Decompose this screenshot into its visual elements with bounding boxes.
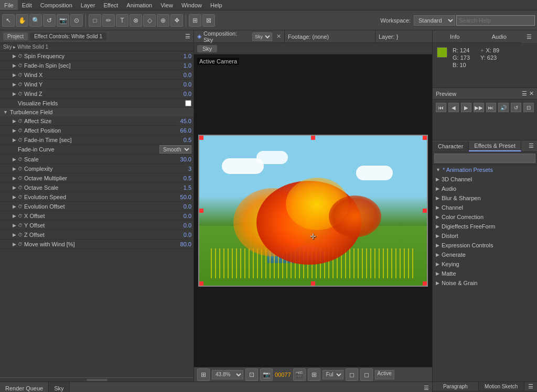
- ep-item-noise-&-grain[interactable]: ▶Noise & Grain: [433, 278, 537, 288]
- audio-tab[interactable]: Audio: [477, 30, 522, 43]
- motion-sketch-tab[interactable]: Motion Sketch: [479, 382, 525, 391]
- tool-snapping[interactable]: ⊠: [202, 14, 215, 27]
- sky-timeline-tab[interactable]: Sky: [49, 382, 69, 392]
- ep-item-matte[interactable]: ▶Matte: [433, 269, 537, 278]
- timeline-menu[interactable]: ☰: [421, 385, 432, 391]
- tool-arrow[interactable]: ↖: [2, 14, 15, 27]
- effect-expand-arrow[interactable]: ▶: [13, 204, 18, 209]
- effect-expand-arrow[interactable]: ▶: [13, 176, 18, 181]
- comp-dropdown[interactable]: Sky: [252, 32, 272, 41]
- fade-curve-select[interactable]: SmoothLinear: [159, 145, 191, 154]
- effect-expand-arrow[interactable]: ▶: [13, 185, 18, 190]
- ep-item-blur-&-sharpen[interactable]: ▶Blur & Sharpen: [433, 193, 537, 203]
- clock-icon[interactable]: ⏱: [18, 128, 23, 133]
- ep-menu[interactable]: ☰: [529, 143, 537, 149]
- comp-home-btn[interactable]: ⊞: [197, 368, 210, 381]
- menu-file[interactable]: File: [0, 0, 18, 10]
- tool-eraser[interactable]: ◇: [143, 14, 156, 27]
- value-evolution-offset[interactable]: 0.0: [184, 203, 191, 210]
- menu-help[interactable]: Help: [206, 0, 227, 10]
- clock-icon[interactable]: ⏱: [18, 91, 23, 96]
- ep-item-color-correction[interactable]: ▶Color Correction: [433, 212, 537, 222]
- clock-icon[interactable]: ⏱: [18, 63, 23, 68]
- prev-fwd[interactable]: ▶▶: [474, 103, 484, 112]
- menu-window[interactable]: Window: [177, 0, 206, 10]
- menu-view[interactable]: View: [156, 0, 177, 10]
- effect-expand-arrow[interactable]: ▶: [13, 137, 18, 143]
- tool-zoom[interactable]: 🔍: [29, 14, 42, 27]
- effect-expand-arrow[interactable]: ▶: [13, 242, 18, 247]
- effect-expand-arrow[interactable]: ▶: [13, 213, 18, 219]
- comp-grid-btn[interactable]: ⊞: [308, 368, 320, 381]
- preview-close[interactable]: ✕: [529, 90, 534, 97]
- comp-3d-btn[interactable]: ◻: [360, 368, 373, 381]
- effect-expand-arrow[interactable]: ▶: [13, 72, 18, 78]
- tool-puppet[interactable]: ❖: [170, 14, 183, 27]
- effect-expand-arrow[interactable]: ▶: [13, 82, 18, 87]
- menu-edit[interactable]: Edit: [18, 0, 36, 10]
- effect-expand-arrow[interactable]: ▶: [13, 232, 18, 237]
- value-scale[interactable]: 30.0: [180, 156, 191, 162]
- tool-camera[interactable]: 📷: [57, 14, 69, 27]
- search-help-input[interactable]: [456, 15, 535, 26]
- handle-tm[interactable]: [311, 136, 315, 140]
- value-x-offset[interactable]: 0.0: [184, 213, 191, 219]
- prev-loop[interactable]: ↺: [511, 103, 521, 112]
- handle-bl[interactable]: [199, 281, 203, 286]
- handle-mr[interactable]: [423, 209, 427, 213]
- character-tab[interactable]: Character: [433, 141, 469, 151]
- value-affect-position[interactable]: 66.0: [180, 127, 191, 134]
- section-arrow[interactable]: ▼: [3, 110, 8, 115]
- color-swatch[interactable]: [437, 47, 447, 58]
- clock-icon[interactable]: ⏱: [18, 213, 23, 219]
- ep-item-expression-controls[interactable]: ▶Expression Controls: [433, 241, 537, 250]
- clock-icon[interactable]: ⏱: [18, 223, 23, 228]
- handle-tl[interactable]: [199, 136, 203, 140]
- clock-icon[interactable]: ⏱: [18, 194, 23, 200]
- effect-expand-arrow[interactable]: ▶: [13, 128, 18, 133]
- clock-icon[interactable]: ⏱: [18, 204, 23, 209]
- tool-orbit[interactable]: ⊙: [70, 14, 83, 27]
- comp-viewer[interactable]: Active Camera: [194, 55, 432, 367]
- effect-expand-arrow[interactable]: ▶: [13, 157, 18, 162]
- effects-preset-tab[interactable]: Effects & Preset: [469, 141, 521, 151]
- ep-item-3d-channel[interactable]: ▶3D Channel: [433, 175, 537, 184]
- clock-icon[interactable]: ⏱: [18, 137, 23, 143]
- comp-close[interactable]: ✕: [276, 33, 281, 40]
- prev-audio[interactable]: 🔊: [498, 103, 509, 112]
- checkbox-visualize-fields[interactable]: [185, 100, 191, 106]
- handle-tr[interactable]: [423, 136, 427, 140]
- clock-icon[interactable]: ⏱: [18, 176, 23, 181]
- value-octave-multiplier[interactable]: 0.5: [184, 175, 191, 181]
- effect-expand-arrow[interactable]: ▶: [13, 223, 18, 228]
- ms-menu[interactable]: ☰: [524, 382, 537, 391]
- tool-text[interactable]: T: [116, 14, 128, 27]
- prev-first[interactable]: ⏮: [436, 103, 446, 112]
- value-affect-size[interactable]: 45.0: [180, 118, 191, 124]
- value-y-offset[interactable]: 0.0: [184, 222, 191, 228]
- tool-hand[interactable]: ✋: [16, 14, 28, 27]
- menu-composition[interactable]: Composition: [36, 0, 77, 10]
- ep-item-channel[interactable]: ▶Channel: [433, 203, 537, 212]
- ep-item-generate[interactable]: ▶Generate: [433, 250, 537, 259]
- value-evolution-speed[interactable]: 50.0: [180, 194, 191, 200]
- preview-menu[interactable]: ☰: [522, 90, 527, 97]
- tool-pen[interactable]: ✏: [102, 14, 115, 27]
- ep-item-keying[interactable]: ▶Keying: [433, 259, 537, 269]
- clock-icon[interactable]: ⏱: [18, 166, 23, 171]
- handle-ml[interactable]: [199, 209, 203, 213]
- effect-expand-arrow[interactable]: ▶: [13, 194, 18, 200]
- render-queue-tab[interactable]: Render Queue: [0, 382, 49, 392]
- effect-expand-arrow[interactable]: ▶: [13, 166, 18, 171]
- menu-layer[interactable]: Layer: [77, 0, 100, 10]
- effect-expand-arrow[interactable]: ▶: [13, 63, 18, 68]
- prev-last[interactable]: ⏭: [486, 103, 497, 112]
- clock-icon[interactable]: ⏱: [18, 232, 23, 237]
- quality-select[interactable]: Full Half Third Quarter: [323, 370, 343, 379]
- clock-icon[interactable]: ⏱: [18, 185, 23, 190]
- project-tab[interactable]: Project: [3, 32, 28, 40]
- effect-controls-tab[interactable]: Effect Controls: White Solid 1: [30, 32, 106, 40]
- panel-resize-handle[interactable]: [87, 379, 108, 381]
- effect-expand-arrow[interactable]: ▶: [13, 91, 18, 96]
- clock-icon[interactable]: ⏱: [18, 118, 23, 124]
